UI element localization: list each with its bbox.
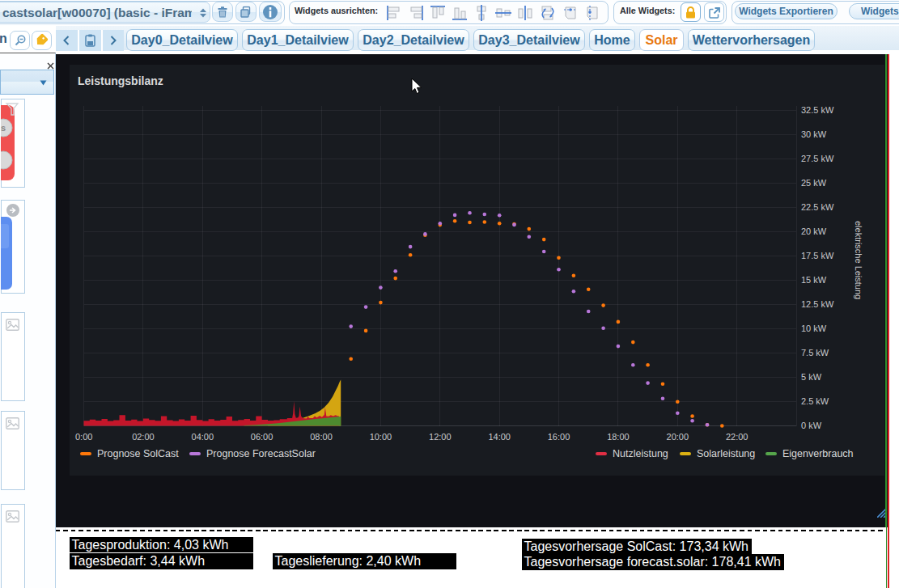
svg-text:s: s xyxy=(1,123,6,133)
